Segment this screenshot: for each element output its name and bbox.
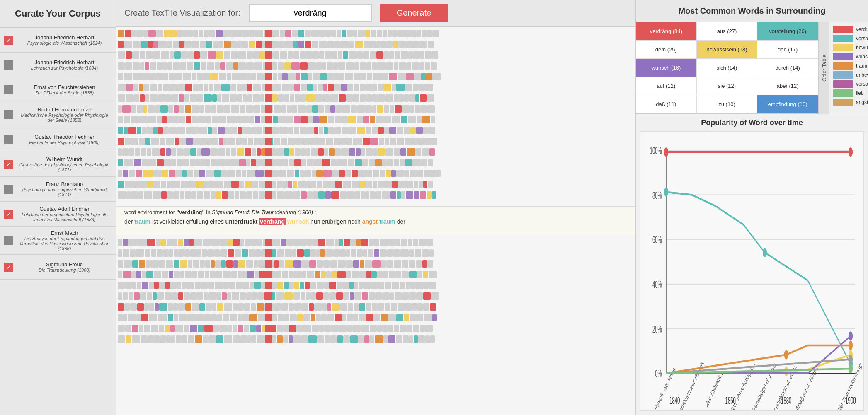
tile[interactable] bbox=[231, 271, 237, 278]
tile[interactable] bbox=[208, 51, 216, 59]
tile[interactable] bbox=[148, 30, 156, 37]
tile[interactable] bbox=[424, 325, 433, 332]
tile-verdrang[interactable] bbox=[265, 84, 272, 91]
tile[interactable] bbox=[372, 94, 378, 102]
tile[interactable] bbox=[349, 41, 354, 48]
tile[interactable] bbox=[284, 62, 291, 70]
tile[interactable] bbox=[300, 62, 308, 70]
tile[interactable] bbox=[251, 73, 256, 80]
tile[interactable] bbox=[122, 148, 129, 156]
tile[interactable] bbox=[342, 282, 349, 289]
tile[interactable] bbox=[365, 30, 370, 37]
tile[interactable] bbox=[329, 148, 335, 156]
tile[interactable] bbox=[294, 116, 301, 123]
tile[interactable] bbox=[157, 62, 162, 70]
tile[interactable] bbox=[373, 239, 379, 246]
tile[interactable] bbox=[191, 181, 196, 188]
tile[interactable] bbox=[343, 292, 349, 300]
tile[interactable] bbox=[238, 62, 246, 70]
tile[interactable] bbox=[136, 170, 142, 177]
tile[interactable] bbox=[397, 191, 401, 199]
tile[interactable] bbox=[118, 51, 125, 59]
tile[interactable] bbox=[256, 41, 262, 48]
tile[interactable] bbox=[282, 271, 288, 278]
tile[interactable] bbox=[228, 325, 232, 332]
tile[interactable] bbox=[358, 170, 364, 177]
tile[interactable] bbox=[257, 73, 263, 80]
tile[interactable] bbox=[128, 314, 136, 321]
tile[interactable] bbox=[178, 292, 183, 300]
tile[interactable] bbox=[410, 127, 416, 134]
corpus-checkbox[interactable]: ✓ bbox=[4, 263, 13, 272]
tile[interactable] bbox=[253, 84, 261, 91]
tile[interactable] bbox=[281, 303, 288, 311]
tile[interactable] bbox=[432, 170, 441, 177]
tile[interactable] bbox=[388, 239, 395, 246]
tile[interactable] bbox=[185, 105, 191, 113]
tile[interactable] bbox=[384, 116, 391, 123]
tile[interactable] bbox=[354, 84, 359, 91]
tile[interactable] bbox=[312, 105, 318, 113]
freq-cell[interactable]: auf (12) bbox=[636, 77, 697, 95]
freq-cell[interactable]: bewusstsein (18) bbox=[697, 41, 758, 59]
tile[interactable] bbox=[417, 30, 421, 37]
tile[interactable] bbox=[153, 181, 160, 188]
tile[interactable] bbox=[128, 239, 133, 246]
tile[interactable] bbox=[315, 249, 320, 257]
tile[interactable] bbox=[136, 249, 144, 257]
tile[interactable] bbox=[169, 170, 175, 177]
tile[interactable] bbox=[128, 73, 132, 80]
tile[interactable] bbox=[416, 292, 423, 300]
tile[interactable] bbox=[307, 84, 313, 91]
tile[interactable] bbox=[394, 325, 399, 332]
tile[interactable] bbox=[227, 292, 231, 300]
tile[interactable] bbox=[276, 292, 284, 300]
tile[interactable] bbox=[251, 159, 256, 166]
tile[interactable] bbox=[305, 41, 311, 48]
tile[interactable] bbox=[216, 191, 221, 199]
tile[interactable] bbox=[125, 30, 131, 37]
tile[interactable] bbox=[423, 292, 431, 300]
tile[interactable] bbox=[285, 249, 292, 257]
tile[interactable] bbox=[365, 260, 372, 268]
tile[interactable] bbox=[135, 148, 140, 156]
tile[interactable] bbox=[242, 116, 249, 123]
tile[interactable] bbox=[212, 303, 216, 311]
tile[interactable] bbox=[198, 116, 206, 123]
tile[interactable] bbox=[277, 325, 284, 332]
tile[interactable] bbox=[404, 314, 409, 321]
tile[interactable] bbox=[185, 303, 191, 311]
tile[interactable] bbox=[431, 116, 435, 123]
tile[interactable] bbox=[394, 148, 400, 156]
tile[interactable] bbox=[369, 239, 373, 246]
tile[interactable] bbox=[181, 181, 185, 188]
tile[interactable] bbox=[341, 148, 349, 156]
tile[interactable] bbox=[155, 105, 160, 113]
tile[interactable] bbox=[421, 105, 427, 113]
tile[interactable] bbox=[204, 84, 208, 91]
tile[interactable] bbox=[421, 73, 426, 80]
tile[interactable] bbox=[242, 41, 248, 48]
tile[interactable] bbox=[366, 62, 371, 70]
tile[interactable] bbox=[323, 170, 332, 177]
tile[interactable] bbox=[301, 84, 307, 91]
tile[interactable] bbox=[424, 314, 432, 321]
tile[interactable] bbox=[298, 105, 306, 113]
tile[interactable] bbox=[175, 325, 183, 332]
tile[interactable] bbox=[230, 314, 237, 321]
tile[interactable] bbox=[149, 303, 154, 311]
tile[interactable] bbox=[355, 41, 363, 48]
tile[interactable] bbox=[324, 127, 328, 134]
tile[interactable] bbox=[172, 239, 177, 246]
tile[interactable] bbox=[231, 181, 239, 188]
tile[interactable] bbox=[194, 51, 200, 59]
tile[interactable] bbox=[409, 271, 417, 278]
tile[interactable] bbox=[213, 138, 218, 145]
tile[interactable] bbox=[205, 105, 211, 113]
tile[interactable] bbox=[302, 138, 309, 145]
tile[interactable] bbox=[362, 292, 368, 300]
tile[interactable] bbox=[289, 159, 294, 166]
tile[interactable] bbox=[238, 127, 242, 134]
tile[interactable] bbox=[404, 170, 409, 177]
tile[interactable] bbox=[430, 303, 436, 311]
